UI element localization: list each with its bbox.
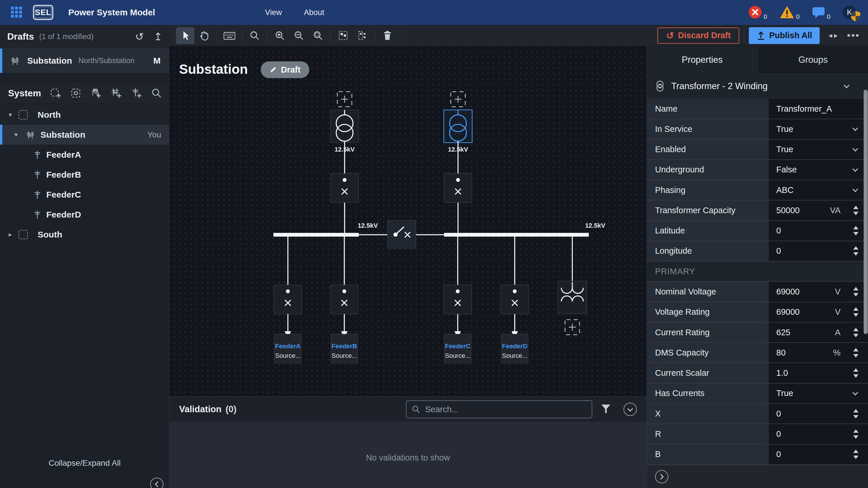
discard-draft-button[interactable]: ↺ Discard Draft	[657, 28, 739, 44]
value-spinner[interactable]	[853, 307, 859, 317]
property-value-field[interactable]: True	[769, 119, 868, 139]
upload-icon[interactable]: ↥	[154, 31, 162, 43]
messages-button[interactable]: 0	[812, 5, 830, 19]
property-value[interactable]: True	[776, 144, 793, 154]
spinner-down-icon[interactable]	[853, 313, 859, 317]
property-value-field[interactable]: Transformer_A	[769, 99, 868, 119]
property-value[interactable]: 0	[776, 409, 781, 419]
validation-search-box[interactable]	[406, 400, 592, 418]
properties-object-header[interactable]: Transformer - 2 Winding	[647, 73, 868, 99]
spinner-up-icon[interactable]	[853, 409, 859, 413]
property-value-field[interactable]: 50000VA	[769, 200, 868, 221]
property-value[interactable]: True	[776, 124, 793, 134]
collapse-properties-button[interactable]	[655, 470, 669, 483]
property-value-field[interactable]: False	[769, 160, 868, 180]
value-spinner[interactable]	[853, 450, 859, 459]
bus-tie-switch-open[interactable]	[388, 220, 416, 248]
property-value-field[interactable]: 69000V	[769, 282, 868, 302]
value-spinner[interactable]	[853, 287, 859, 296]
app-launcher-icon[interactable]	[11, 7, 23, 18]
properties-scrollbar[interactable]	[864, 90, 868, 334]
tree-item-feederb[interactable]: FeederB	[0, 165, 169, 185]
tab-groups[interactable]: Groups	[757, 46, 868, 73]
property-value[interactable]: 0	[776, 246, 781, 256]
dropdown-chevron-icon[interactable]	[852, 146, 858, 152]
property-value[interactable]: False	[776, 165, 797, 174]
tree-item-south[interactable]: ▸South	[0, 225, 169, 245]
property-value[interactable]: 0	[776, 429, 781, 439]
validation-search-input[interactable]	[425, 405, 592, 414]
switch-transformer-b[interactable]	[444, 173, 472, 202]
spinner-up-icon[interactable]	[853, 328, 859, 331]
tab-properties[interactable]: Properties	[647, 46, 757, 73]
dropdown-chevron-icon[interactable]	[852, 125, 858, 131]
feeder-terminals[interactable]	[275, 334, 528, 363]
property-value-field[interactable]: 0	[769, 424, 868, 444]
zoom-out-button[interactable]	[290, 27, 308, 44]
spinner-up-icon[interactable]	[853, 246, 859, 250]
add-zone-button[interactable]	[69, 87, 82, 99]
keyboard-shortcuts-button[interactable]	[220, 27, 239, 44]
value-spinner[interactable]	[853, 246, 859, 256]
property-value[interactable]: 80	[776, 348, 785, 358]
collapse-validation-button[interactable]	[623, 403, 637, 416]
feeder-a-label[interactable]: FeederA	[275, 343, 301, 350]
tree-item-feedera[interactable]: FeederA	[0, 144, 169, 165]
tree-item-substation[interactable]: ▾SubstationYou	[0, 125, 169, 144]
errors-button[interactable]: 0	[748, 5, 767, 19]
property-value-field[interactable]: 1.0	[769, 363, 868, 383]
caret-down-icon[interactable]: ▾	[14, 131, 18, 138]
spinner-down-icon[interactable]	[853, 415, 859, 419]
tree-item-feederc[interactable]: FeederC	[0, 185, 169, 204]
delete-button[interactable]	[378, 27, 397, 44]
draft-nav-arrows[interactable]: ◂▸	[828, 31, 839, 40]
spinner-up-icon[interactable]	[853, 450, 859, 453]
spinner-down-icon[interactable]	[853, 456, 859, 459]
property-value[interactable]: ABC	[776, 186, 794, 195]
spinner-up-icon[interactable]	[853, 287, 859, 290]
avatar[interactable]: K	[842, 5, 857, 20]
property-value-field[interactable]: 0	[769, 241, 868, 261]
publish-all-button[interactable]: Publish All	[749, 27, 820, 44]
fit-selection-button[interactable]	[353, 27, 372, 44]
add-feeder-button[interactable]	[130, 87, 143, 99]
add-transmission-button[interactable]	[90, 87, 102, 99]
property-value-field[interactable]: True	[769, 140, 868, 160]
property-value[interactable]: 1.0	[776, 368, 788, 378]
dropdown-chevron-icon[interactable]	[852, 186, 858, 192]
add-substation-button[interactable]	[110, 87, 123, 99]
spinner-down-icon[interactable]	[853, 334, 859, 337]
zoom-fit-button[interactable]	[309, 27, 327, 44]
property-value-field[interactable]: 625A	[769, 323, 868, 343]
tree-search-button[interactable]	[151, 87, 163, 99]
spinner-down-icon[interactable]	[853, 354, 859, 358]
property-value[interactable]: 0	[776, 226, 781, 235]
property-value[interactable]: 69000	[776, 287, 800, 296]
value-spinner[interactable]	[853, 409, 859, 419]
dropdown-chevron-icon[interactable]	[852, 166, 858, 172]
property-value[interactable]: 50000	[776, 206, 800, 215]
spinner-down-icon[interactable]	[853, 232, 859, 235]
menu-view[interactable]: View	[265, 8, 282, 17]
property-value-field[interactable]: 69000V	[769, 302, 868, 323]
feeder-b-label[interactable]: FeederB	[332, 343, 357, 350]
spinner-up-icon[interactable]	[853, 368, 859, 372]
spinner-up-icon[interactable]	[853, 206, 859, 209]
property-value[interactable]: 625	[776, 328, 790, 337]
bus-left[interactable]	[273, 233, 359, 237]
winding-transformer[interactable]	[558, 281, 587, 314]
feeder-switches[interactable]	[274, 285, 529, 314]
property-value-field[interactable]: ABC	[769, 180, 868, 200]
switch-transformer-a[interactable]	[331, 173, 359, 202]
feeder-d-label[interactable]: FeederD	[502, 343, 527, 350]
fit-view-button[interactable]	[334, 27, 352, 44]
property-value[interactable]: True	[776, 389, 793, 398]
value-spinner[interactable]	[853, 348, 859, 358]
draft-item-substation[interactable]: Substation North/Substation M	[0, 48, 169, 73]
caret-down-icon[interactable]: ▾	[9, 111, 12, 119]
spinner-up-icon[interactable]	[853, 429, 859, 433]
property-value[interactable]: 69000	[776, 307, 800, 317]
spinner-down-icon[interactable]	[853, 435, 859, 439]
transformer-b-selected[interactable]	[444, 110, 472, 142]
value-spinner[interactable]	[853, 226, 859, 235]
